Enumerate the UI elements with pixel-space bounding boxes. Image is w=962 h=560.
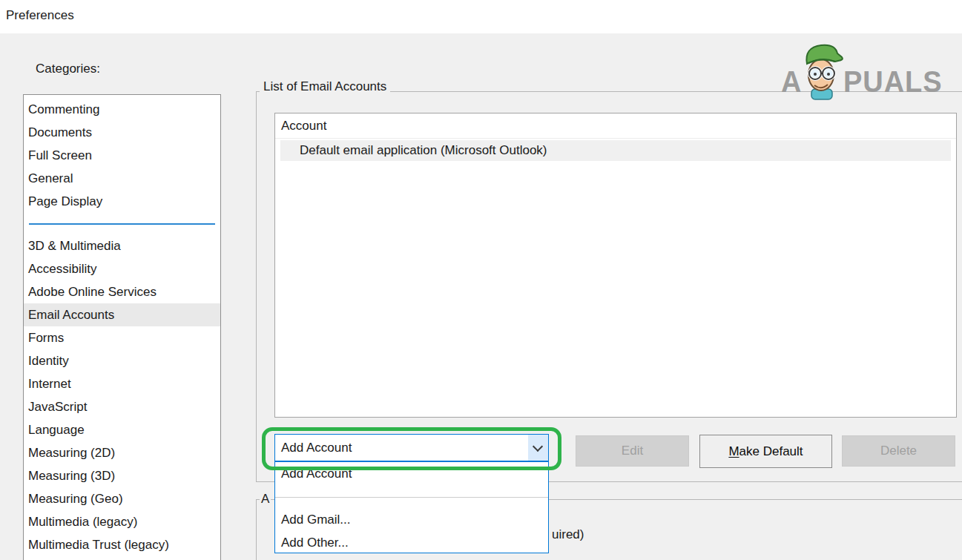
add-account-combobox-value: Add Account <box>281 435 352 461</box>
add-account-dropdown-menu[interactable]: Add Account Add Gmail... Add Other... <box>274 461 549 553</box>
email-accounts-groupbox-label: List of Email Accounts <box>260 79 390 94</box>
menu-item-add-other[interactable]: Add Other... <box>275 532 548 554</box>
category-item-email-accounts[interactable]: Email Accounts <box>24 303 220 326</box>
category-item-forms[interactable]: Forms <box>24 326 220 349</box>
accounts-table[interactable]: Account Default email application (Micro… <box>274 113 957 418</box>
category-item-identity[interactable]: Identity <box>24 349 220 372</box>
window-title: Preferences <box>6 8 74 23</box>
category-item-multimedia-legacy[interactable]: Multimedia (legacy) <box>24 510 220 533</box>
category-item-measuring-geo[interactable]: Measuring (Geo) <box>24 487 220 510</box>
menu-item-add-account[interactable]: Add Account <box>275 463 548 485</box>
category-item-measuring-3d[interactable]: Measuring (3D) <box>24 464 220 487</box>
accounts-table-header-account: Account <box>275 113 956 139</box>
category-item-javascript[interactable]: JavaScript <box>24 395 220 418</box>
make-default-accelerator: M <box>728 444 739 458</box>
delete-button[interactable]: Delete <box>842 435 955 467</box>
category-group-separator <box>24 213 220 234</box>
add-account-combobox[interactable]: Add Account <box>274 434 549 461</box>
menu-separator <box>275 497 548 498</box>
category-item-measuring-2d[interactable]: Measuring (2D) <box>24 441 220 464</box>
category-item-documents[interactable]: Documents <box>24 121 220 144</box>
window-titlebar: Preferences <box>0 0 962 33</box>
edit-button[interactable]: Edit <box>576 435 689 467</box>
categories-label-accelerator: g <box>62 62 69 76</box>
table-row-default-email-application[interactable]: Default email application (Microsoft Out… <box>280 140 951 161</box>
category-item-full-screen[interactable]: Full Screen <box>24 144 220 167</box>
category-item-multimedia-trust-legacy[interactable]: Multimedia Trust (legacy) <box>24 533 220 556</box>
required-text-fragment: uired) <box>552 527 584 542</box>
categories-label-prefix: Cate <box>36 62 62 76</box>
category-item-general[interactable]: General <box>24 167 220 190</box>
make-default-button[interactable]: Make Default <box>699 435 832 468</box>
category-item-reading[interactable]: Reading <box>24 556 220 560</box>
category-item-accessibility[interactable]: Accessibility <box>24 257 220 280</box>
menu-item-add-gmail[interactable]: Add Gmail... <box>275 509 548 531</box>
categories-listbox[interactable]: Commenting Documents Full Screen General… <box>23 94 221 560</box>
categories-label: Categories: <box>36 62 100 76</box>
category-item-commenting[interactable]: Commenting <box>24 98 220 121</box>
categories-label-suffix: ories: <box>69 62 100 76</box>
combobox-dropdown-button[interactable] <box>528 435 548 461</box>
category-item-language[interactable]: Language <box>24 418 220 441</box>
second-groupbox-label-fragment: A <box>260 492 271 507</box>
category-item-page-display[interactable]: Page Display <box>24 190 220 213</box>
category-item-adobe-online-services[interactable]: Adobe Online Services <box>24 280 220 303</box>
category-item-internet[interactable]: Internet <box>24 372 220 395</box>
make-default-rest: ake Default <box>739 444 803 458</box>
chevron-down-icon <box>533 441 543 452</box>
category-item-3d-multimedia[interactable]: 3D & Multimedia <box>24 234 220 257</box>
